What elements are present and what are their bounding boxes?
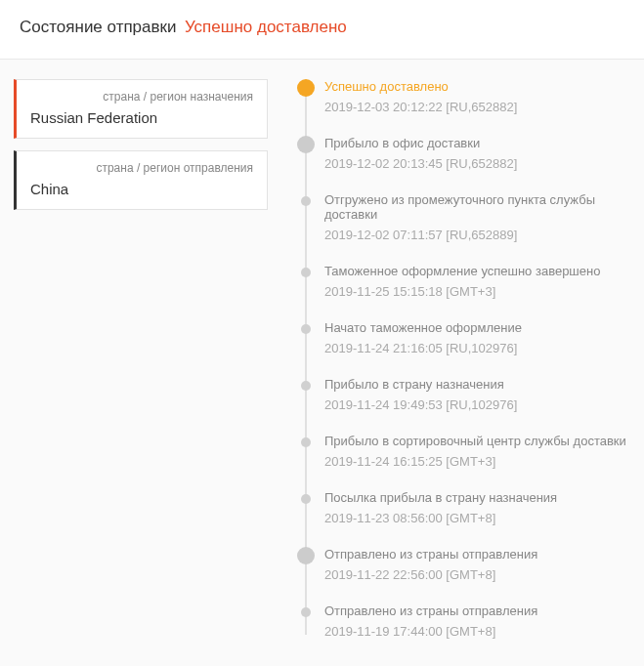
content-area: страна / регион назначения Russian Feder… bbox=[0, 60, 644, 654]
event-time: 2019-11-25 15:15:18 [GMT+3] bbox=[324, 284, 634, 299]
timeline-dot-icon bbox=[297, 547, 315, 564]
destination-box: страна / регион назначения Russian Feder… bbox=[14, 79, 268, 139]
event-time: 2019-11-24 19:49:53 [RU,102976] bbox=[324, 397, 634, 412]
destination-value: Russian Federation bbox=[30, 109, 253, 126]
event-time: 2019-11-23 08:56:00 [GMT+8] bbox=[324, 511, 634, 525]
event-title: Успешно доставлено bbox=[324, 79, 634, 94]
timeline-event: Отправлено из страны отправления2019-11-… bbox=[324, 547, 634, 604]
timeline-event: Отгружено из промежуточного пункта служб… bbox=[324, 192, 634, 264]
event-time: 2019-11-22 22:56:00 [GMT+8] bbox=[324, 567, 634, 582]
timeline-dot-icon bbox=[301, 494, 311, 504]
status-value: Успешно доставлено bbox=[185, 18, 347, 36]
timeline-dot-icon bbox=[301, 437, 311, 447]
timeline-event: Начато таможенное оформление2019-11-24 2… bbox=[324, 320, 634, 377]
event-title: Посылка прибыла в страну назначения bbox=[324, 490, 634, 505]
event-title: Прибыло в офис доставки bbox=[324, 136, 634, 150]
timeline-event: Прибыло в страну назначения2019-11-24 19… bbox=[324, 377, 634, 434]
event-time: 2019-12-02 07:11:57 [RU,652889] bbox=[324, 228, 634, 242]
timeline-event: Прибыло в офис доставки2019-12-02 20:13:… bbox=[324, 136, 634, 192]
timeline-event: Таможенное оформление успешно завершено2… bbox=[324, 264, 634, 320]
timeline: Успешно доставлено2019-12-03 20:12:22 [R… bbox=[297, 79, 634, 645]
origin-label: страна / регион отправления bbox=[30, 161, 253, 175]
destination-label: страна / регион назначения bbox=[30, 90, 253, 104]
event-time: 2019-12-03 20:12:22 [RU,652882] bbox=[324, 100, 634, 114]
timeline-dot-icon bbox=[297, 136, 315, 153]
timeline-event: Посылка прибыла в страну назначения2019-… bbox=[324, 490, 634, 547]
origin-box: страна / регион отправления China bbox=[14, 150, 268, 210]
timeline-dot-icon bbox=[301, 381, 311, 391]
timeline-dot-icon bbox=[301, 268, 311, 277]
event-title: Отправлено из страны отправления bbox=[324, 547, 634, 562]
event-title: Прибыло в страну назначения bbox=[324, 377, 634, 392]
event-time: 2019-11-24 21:16:05 [RU,102976] bbox=[324, 341, 634, 355]
event-time: 2019-12-02 20:13:45 [RU,652882] bbox=[324, 156, 634, 171]
origin-value: China bbox=[30, 181, 253, 197]
event-title: Отгружено из промежуточного пункта служб… bbox=[324, 192, 634, 222]
timeline-dot-icon bbox=[301, 607, 311, 617]
status-label: Состояние отправки bbox=[20, 18, 177, 36]
event-title: Таможенное оформление успешно завершено bbox=[324, 264, 634, 278]
timeline-dot-icon bbox=[297, 79, 315, 97]
event-time: 2019-11-24 16:15:25 [GMT+3] bbox=[324, 454, 634, 469]
timeline-dot-icon bbox=[301, 324, 311, 334]
event-title: Отправлено из страны отправления bbox=[324, 604, 634, 618]
country-panel: страна / регион назначения Russian Feder… bbox=[14, 79, 268, 645]
status-header: Состояние отправки Успешно доставлено bbox=[0, 0, 644, 60]
timeline-event: Прибыло в сортировочный центр службы дос… bbox=[324, 434, 634, 490]
event-time: 2019-11-19 17:44:00 [GMT+8] bbox=[324, 624, 634, 639]
timeline-event: Отправлено из страны отправления2019-11-… bbox=[324, 604, 634, 645]
event-title: Прибыло в сортировочный центр службы дос… bbox=[324, 434, 634, 448]
timeline-panel: Успешно доставлено2019-12-03 20:12:22 [R… bbox=[268, 79, 634, 645]
timeline-dot-icon bbox=[301, 196, 311, 206]
event-title: Начато таможенное оформление bbox=[324, 320, 634, 335]
timeline-event: Успешно доставлено2019-12-03 20:12:22 [R… bbox=[324, 79, 634, 136]
